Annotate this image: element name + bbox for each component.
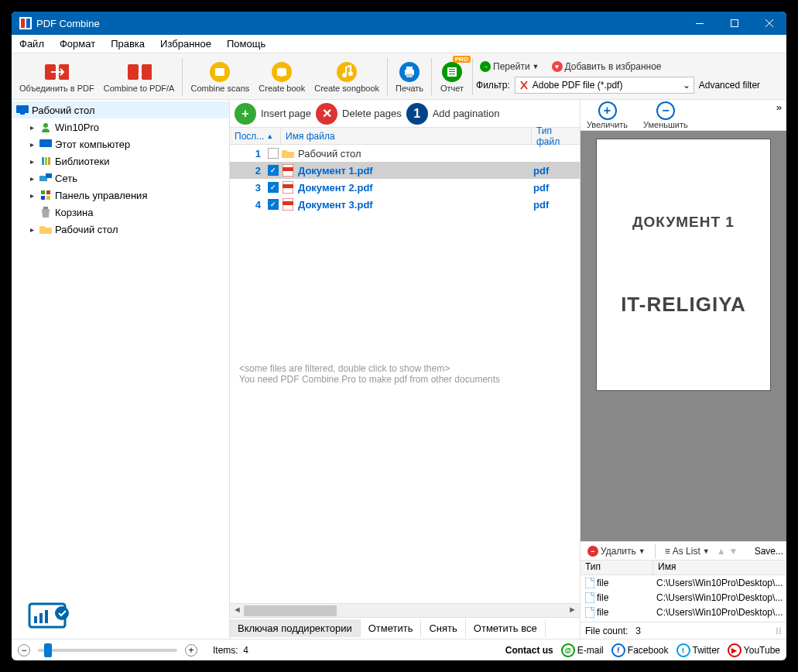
tree-item[interactable]: ▸Библиотеки: [12, 153, 229, 170]
queue-col-type[interactable]: Тип: [581, 561, 653, 574]
filter-dropdown[interactable]: Adobe PDF file (*.pdf) ⌄: [515, 77, 694, 94]
tree-root[interactable]: Рабочий стол: [12, 101, 229, 118]
queue-row[interactable]: fileC:\Users\Win10Pro\Desktop\...: [581, 605, 786, 619]
pdf-icon: [281, 164, 295, 177]
move-down-button[interactable]: ▼: [729, 546, 738, 557]
menu-format[interactable]: Формат: [52, 35, 103, 53]
row-checkbox[interactable]: ✓: [265, 199, 281, 210]
scans-icon: [207, 60, 232, 84]
heart-icon: ♥: [552, 61, 563, 72]
add-favorite-button[interactable]: ♥Добавить в избранное: [548, 60, 666, 74]
tree-item[interactable]: ▸Win10Pro: [12, 118, 229, 135]
include-subdirs-button[interactable]: Включая поддиректории: [230, 619, 361, 637]
menu-favorites[interactable]: Избранное: [152, 35, 219, 53]
combine-pdfa-button[interactable]: A Combine to PDF/A: [99, 59, 180, 94]
advanced-filter-link[interactable]: Advanced filter: [699, 80, 760, 91]
add-pagination-button[interactable]: 1Add pagination: [406, 103, 500, 125]
horizontal-scrollbar[interactable]: ◄►: [230, 603, 580, 617]
tree-item[interactable]: ▸Этот компьютер: [12, 135, 229, 153]
queue-delete-button[interactable]: −Удалить▼: [584, 544, 649, 558]
create-songbook-button[interactable]: Create songbook: [310, 59, 384, 94]
svg-rect-50: [34, 616, 37, 623]
svg-rect-38: [46, 196, 50, 200]
file-row[interactable]: 4✓Документ 3.pdfpdf: [230, 196, 580, 213]
file-icon: [585, 592, 594, 603]
queue-type: file: [581, 607, 653, 618]
queue-col-name[interactable]: Имя: [653, 561, 786, 574]
queue-row[interactable]: fileC:\Users\Win10Pro\Desktop\...: [581, 590, 786, 605]
row-checkbox[interactable]: ✓: [265, 182, 281, 193]
file-count-label: File count:: [585, 626, 628, 636]
row-checkbox[interactable]: ✓: [265, 165, 281, 176]
email-link[interactable]: @E-mail: [561, 643, 604, 657]
file-list-header: Посл...▲ Имя файла Тип файл: [230, 128, 580, 145]
svg-rect-34: [46, 173, 52, 178]
tree-item[interactable]: ▸Панель управления: [12, 187, 229, 204]
save-button[interactable]: Save...: [755, 546, 783, 557]
x-icon: ✕: [316, 103, 337, 125]
col-filetype[interactable]: Тип файл: [532, 128, 580, 144]
queue-row[interactable]: fileC:\Users\Win10Pro\Desktop\...: [581, 575, 786, 590]
menu-file[interactable]: Файл: [12, 35, 52, 53]
twitter-icon: t: [676, 643, 690, 657]
zoom-out-small-button[interactable]: −: [18, 644, 30, 657]
close-button[interactable]: [752, 12, 786, 35]
col-sequence[interactable]: Посл...▲: [230, 128, 281, 144]
items-label: Items:: [213, 645, 238, 656]
computer-icon: [39, 138, 52, 150]
minimize-button[interactable]: [682, 12, 717, 35]
row-filename: Документ 1.pdf: [295, 165, 533, 177]
zoom-in-button[interactable]: +Увеличить: [587, 101, 628, 129]
combine-pdf-icon: [44, 60, 69, 84]
twitter-link[interactable]: tTwitter: [676, 643, 720, 657]
zoom-in-small-button[interactable]: +: [185, 644, 197, 657]
row-checkbox[interactable]: [265, 148, 281, 159]
zoom-out-button[interactable]: −Уменьшить: [643, 101, 688, 129]
menu-help[interactable]: Помощь: [219, 35, 273, 53]
delete-pages-button[interactable]: ✕Delete pages: [316, 103, 402, 125]
grip-icon[interactable]: ⁞⁞: [776, 626, 782, 636]
row-filetype: pdf: [533, 182, 580, 194]
mark-button[interactable]: Отметить: [361, 619, 422, 637]
pdf-icon: [519, 80, 529, 91]
collapse-icon[interactable]: »: [776, 101, 782, 113]
folder-icon: [39, 223, 52, 235]
titlebar: PDF Combine: [12, 12, 786, 35]
mark-all-button[interactable]: Отметить все: [466, 619, 546, 637]
col-filename[interactable]: Имя файла: [281, 128, 532, 144]
svg-rect-2: [26, 19, 30, 28]
tree-item[interactable]: ▸Рабочий стол: [12, 221, 229, 238]
menu-edit[interactable]: Правка: [103, 35, 152, 53]
view-mode-button[interactable]: ≡As List▼: [661, 544, 714, 558]
svg-rect-27: [20, 113, 25, 115]
create-book-button[interactable]: Create book: [254, 59, 310, 94]
move-up-button[interactable]: ▲: [717, 546, 726, 557]
insert-page-button[interactable]: +Insert page: [235, 103, 311, 125]
svg-rect-3: [696, 23, 704, 24]
row-number: 1: [230, 148, 265, 159]
go-button[interactable]: →Перейти▼: [476, 60, 543, 74]
book-icon: [269, 60, 294, 84]
unmark-button[interactable]: Снять: [421, 619, 465, 637]
queue-path: C:\Users\Win10Pro\Desktop\...: [653, 578, 786, 588]
maximize-button[interactable]: [717, 12, 752, 35]
file-row[interactable]: 2✓Документ 1.pdfpdf: [230, 162, 580, 179]
combine-scans-button[interactable]: Combine scans: [186, 59, 254, 94]
file-count-value: 3: [635, 626, 641, 636]
report-button[interactable]: PRO Отчет: [435, 59, 469, 94]
app-logo: [28, 598, 71, 630]
file-row[interactable]: 1Рабочий стол: [230, 145, 580, 162]
plus-icon: +: [235, 103, 256, 125]
queue-path: C:\Users\Win10Pro\Desktop\...: [653, 607, 786, 618]
tree-item[interactable]: ▸Сеть: [12, 170, 229, 187]
tree-item[interactable]: ▸Корзина: [12, 204, 229, 221]
zoom-slider[interactable]: [38, 649, 177, 652]
file-row[interactable]: 3✓Документ 2.pdfpdf: [230, 179, 580, 196]
facebook-link[interactable]: fFacebook: [611, 643, 669, 657]
combine-pdf-button[interactable]: Объединить в PDF: [15, 59, 99, 94]
youtube-link[interactable]: ▶YouTube: [728, 643, 780, 657]
queue-type: file: [581, 578, 653, 588]
user-icon: [39, 121, 52, 133]
print-button[interactable]: Печать: [391, 59, 428, 94]
queue-path: C:\Users\Win10Pro\Desktop\...: [653, 592, 786, 603]
